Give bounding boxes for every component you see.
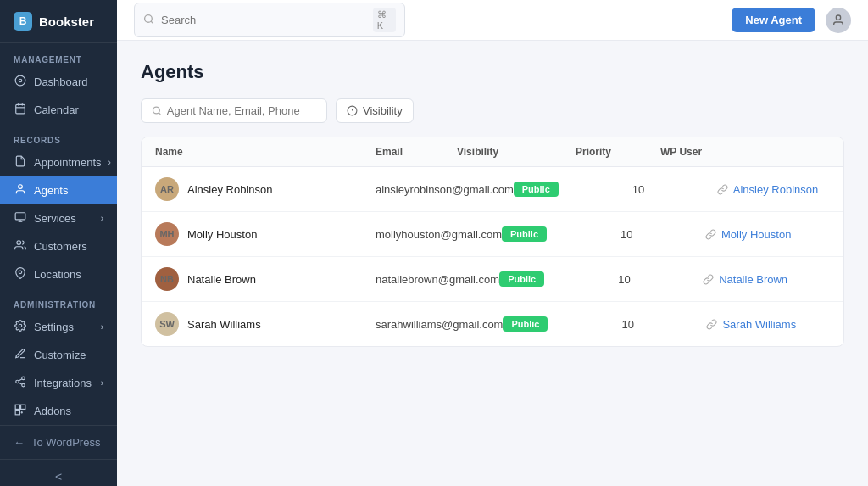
visibility-filter-button[interactable]: Visibility <box>336 98 414 123</box>
appointments-label: Appointments <box>34 156 102 169</box>
table-row: MH Molly Houston mollyhouston@gmail.com … <box>142 212 843 257</box>
wp-user-name-3: Sarah Williams <box>722 318 796 331</box>
sidebar-item-services[interactable]: Services › <box>0 204 117 232</box>
wp-user-name-2: Natalie Brown <box>719 273 787 286</box>
agent-email-0: ainsleyrobinson@gmail.com <box>376 183 514 196</box>
collapse-icon: < <box>55 470 62 483</box>
wp-user-name-1: Molly Houston <box>721 228 791 241</box>
agent-wp-user-0[interactable]: Ainsley Robinson <box>717 183 844 196</box>
addons-label: Addons <box>34 405 71 417</box>
main-area: ⌘ K New Agent Agents Visibility Name Ema… <box>117 0 868 486</box>
svg-point-13 <box>16 380 19 383</box>
agent-wp-user-2[interactable]: Natalie Brown <box>703 273 844 286</box>
col-email: Email <box>376 146 457 158</box>
svg-line-24 <box>159 113 160 115</box>
agent-avatar-1: MH <box>155 222 179 246</box>
sidebar-item-locations[interactable]: Locations <box>0 260 117 288</box>
svg-point-11 <box>19 324 22 327</box>
agent-priority-3: 10 <box>621 318 706 331</box>
link-icon-2 <box>703 274 714 285</box>
agent-wp-user-1[interactable]: Molly Houston <box>705 228 844 241</box>
link-icon-1 <box>705 229 716 240</box>
sidebar-item-customers[interactable]: Customers <box>0 232 117 260</box>
col-name: Name <box>155 146 376 158</box>
management-section-label: Management <box>0 43 117 68</box>
integrations-label: Integrations <box>34 377 92 389</box>
visibility-filter-label: Visibility <box>363 104 403 117</box>
page-title: Agents <box>141 61 844 83</box>
calendar-icon <box>14 103 27 117</box>
customize-label: Customize <box>34 349 86 361</box>
agent-search-box[interactable] <box>141 98 327 123</box>
svg-point-0 <box>19 79 22 82</box>
to-wordpress-label: To WordPress <box>31 436 100 449</box>
services-icon <box>14 211 27 226</box>
svg-rect-1 <box>16 104 25 113</box>
svg-rect-19 <box>15 411 19 415</box>
svg-point-20 <box>145 14 153 22</box>
agent-priority-0: 10 <box>632 183 717 196</box>
agent-wp-user-3[interactable]: Sarah Williams <box>706 318 844 331</box>
customers-icon <box>14 239 27 254</box>
agent-priority-2: 10 <box>618 273 703 286</box>
svg-rect-18 <box>21 405 25 409</box>
agent-name-0: Ainsley Robinson <box>187 183 272 196</box>
col-priority: Priority <box>576 146 660 158</box>
settings-chevron: › <box>101 322 103 332</box>
sidebar-item-agents[interactable]: Agents <box>0 176 117 204</box>
addons-icon <box>14 404 27 418</box>
locations-icon <box>14 267 27 282</box>
sidebar-item-dashboard[interactable]: Dashboard <box>0 68 117 96</box>
sidebar-item-settings[interactable]: Settings › <box>0 313 117 341</box>
visibility-badge-1: Public <box>502 226 547 242</box>
agent-visibility-0: Public <box>514 182 632 197</box>
sidebar-item-addons[interactable]: Addons <box>0 397 117 425</box>
sidebar-item-customize[interactable]: Customize <box>0 341 117 369</box>
visibility-badge-3: Public <box>503 316 548 332</box>
records-section-label: Records <box>0 124 117 148</box>
sidebar-item-integrations[interactable]: Integrations › <box>0 369 117 397</box>
services-chevron: › <box>101 214 103 223</box>
svg-point-22 <box>836 15 840 20</box>
sidebar-item-appointments[interactable]: Appointments › <box>0 148 117 176</box>
user-avatar[interactable] <box>826 8 851 33</box>
to-wordpress-item[interactable]: ← To WordPress <box>0 426 117 459</box>
table-row: AR Ainsley Robinson ainsleyrobinson@gmai… <box>142 167 843 212</box>
appointments-icon <box>14 155 27 170</box>
agents-icon <box>14 183 27 198</box>
wp-user-name-0: Ainsley Robinson <box>733 183 818 196</box>
calendar-label: Calendar <box>34 103 79 116</box>
agent-priority-1: 10 <box>620 228 705 241</box>
integrations-chevron: › <box>101 378 103 388</box>
agents-table: Name Email Visibility Priority WP User A… <box>141 137 844 347</box>
agent-search-input[interactable] <box>167 104 316 117</box>
to-wordpress-arrow: ← <box>14 436 25 449</box>
sidebar-collapse-button[interactable]: < <box>0 459 117 486</box>
agent-name-cell-0: AR Ainsley Robinson <box>155 177 376 201</box>
table-row: SW Sarah Williams sarahwilliams@gmail.co… <box>142 302 843 346</box>
settings-label: Settings <box>34 321 74 333</box>
search-input[interactable] <box>161 14 366 26</box>
agent-name-cell-3: SW Sarah Williams <box>155 312 376 336</box>
agent-email-1: mollyhouston@gmail.com <box>376 228 502 241</box>
table-row: NB Natalie Brown nataliebrown@gmail.com … <box>142 257 843 302</box>
settings-icon <box>14 320 27 334</box>
sidebar-item-calendar[interactable]: Calendar <box>0 96 117 124</box>
new-agent-button[interactable]: New Agent <box>732 8 815 32</box>
sidebar-footer: ← To WordPress < <box>0 425 117 486</box>
agent-visibility-3: Public <box>503 316 621 332</box>
svg-line-15 <box>19 383 22 384</box>
svg-point-23 <box>153 107 159 114</box>
agent-email-2: nataliebrown@gmail.com <box>376 273 499 286</box>
topbar: ⌘ K New Agent <box>117 0 868 41</box>
svg-point-9 <box>17 241 21 245</box>
table-body: AR Ainsley Robinson ainsleyrobinson@gmai… <box>142 167 843 346</box>
sidebar: B Bookster Management Dashboard Calendar… <box>0 0 117 486</box>
agent-email-3: sarahwilliams@gmail.com <box>376 318 503 331</box>
visibility-filter-icon <box>347 105 358 116</box>
logo-text: Bookster <box>39 14 94 29</box>
agent-name-cell-1: MH Molly Houston <box>155 222 376 246</box>
global-search-box[interactable]: ⌘ K <box>134 3 405 37</box>
agent-name-1: Molly Houston <box>187 228 257 241</box>
col-wp-user: WP User <box>660 146 830 158</box>
